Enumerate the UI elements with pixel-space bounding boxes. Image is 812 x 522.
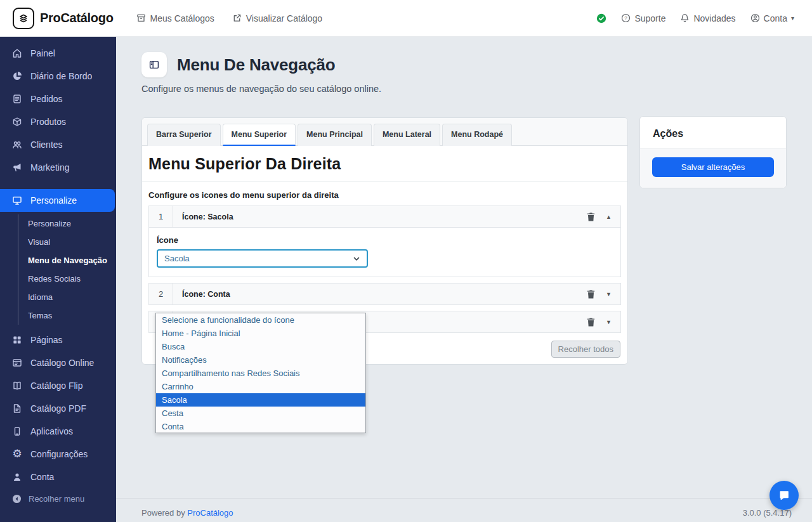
- collapse-menu-button[interactable]: Recolher menu: [0, 488, 116, 509]
- nav-visualizar-catalogo[interactable]: Visualizar Catálogo: [232, 13, 322, 23]
- archive-icon: [136, 13, 146, 23]
- collapse-all-button[interactable]: Recolher todos: [551, 341, 620, 358]
- pie-chart-icon: [12, 71, 22, 81]
- status-check-icon: [596, 13, 606, 23]
- tab-menu-lateral[interactable]: Menu Lateral: [374, 124, 440, 146]
- sidebar-item-marketing[interactable]: Marketing: [0, 156, 116, 179]
- sidebar-item-personalize[interactable]: Personalize: [0, 189, 115, 212]
- icone-select[interactable]: Sacola: [157, 249, 368, 268]
- gear-icon: ⚙: [12, 449, 22, 459]
- sidebar-item-catalogo-online[interactable]: Catálogo Online: [0, 351, 116, 374]
- icone-select-value: Sacola: [164, 254, 190, 263]
- trash-icon[interactable]: [586, 317, 596, 327]
- grid-icon: [12, 335, 22, 345]
- sidebar-subitem-temas[interactable]: Temas: [28, 306, 116, 325]
- person-icon: [12, 472, 22, 482]
- sidebar-item-diario-de-bordo[interactable]: Diário de Bordo: [0, 65, 116, 88]
- sidebar-subitem-visual[interactable]: Visual: [28, 233, 116, 251]
- trash-icon[interactable]: [586, 289, 596, 299]
- megaphone-icon: [12, 162, 22, 173]
- page-title-iconbox: [141, 52, 167, 77]
- nav-meus-catalogos[interactable]: Meus Catálogos: [136, 13, 214, 23]
- sidebar-item-label: Conta: [30, 472, 54, 482]
- content-footer: Powered by ProCatálogo 3.0.0 (5.4.17): [116, 498, 812, 522]
- sidebar-item-label: Catálogo PDF: [30, 403, 86, 414]
- dropdown-option[interactable]: Compartilhamento nas Redes Sociais: [156, 367, 365, 380]
- footer-brand-link[interactable]: ProCatálogo: [187, 508, 233, 518]
- personalize-submenu: Personalize Visual Menu de Navegação Red…: [18, 214, 116, 325]
- dropdown-option[interactable]: Conta: [156, 420, 365, 433]
- page-title: Menu De Navegação: [177, 55, 335, 75]
- dropdown-option[interactable]: Cesta: [156, 407, 365, 420]
- nav-novidades[interactable]: Novidades: [680, 13, 735, 23]
- nav-suporte[interactable]: ? Suporte: [621, 13, 665, 23]
- sidebar-item-label: Catálogo Flip: [30, 381, 83, 391]
- svg-text:?: ?: [625, 15, 628, 21]
- row-title: Ícone: Conta: [173, 284, 230, 304]
- save-changes-button[interactable]: Salvar alterações: [652, 157, 774, 177]
- tab-menu-superior[interactable]: Menu Superior: [223, 124, 296, 146]
- pdf-file-icon: [12, 403, 22, 414]
- caret-down-icon[interactable]: ▼: [606, 291, 612, 297]
- sidebar-item-catalogo-flip[interactable]: Catálogo Flip: [0, 374, 116, 397]
- top-header: ProCatálogo Meus Catálogos Visualizar Ca…: [0, 0, 812, 37]
- sidebar-subitem-redes-sociais[interactable]: Redes Sociais: [28, 270, 116, 288]
- sidebar-item-painel[interactable]: Painel: [0, 42, 116, 65]
- sidebar-item-label: Configurações: [30, 449, 88, 459]
- dropdown-option[interactable]: Selecione a funcionalidade do ícone: [156, 313, 365, 327]
- question-circle-icon: ?: [621, 13, 631, 23]
- chevron-down-icon: ▾: [791, 15, 794, 22]
- dropdown-option[interactable]: Notificações: [156, 353, 365, 367]
- dropdown-option[interactable]: Home - Página Inicial: [156, 327, 365, 340]
- sidebar-item-paginas[interactable]: Páginas: [0, 329, 116, 351]
- caret-up-icon[interactable]: ▲: [606, 214, 612, 220]
- powered-by-label: Powered by: [141, 508, 185, 518]
- sidebar-item-catalogo-pdf[interactable]: Catálogo PDF: [0, 397, 116, 420]
- person-circle-icon: [750, 13, 760, 23]
- accordion-row-1-header[interactable]: 1 Ícone: Sacola ▲: [148, 206, 621, 228]
- catalog-card-icon: [12, 358, 22, 368]
- sidebar-item-label: Clientes: [30, 140, 63, 150]
- sidebar-item-configuracoes[interactable]: ⚙ Configurações: [0, 443, 116, 466]
- collapse-arrow-icon: [12, 494, 22, 504]
- sidebar-subitem-personalize[interactable]: Personalize: [28, 214, 116, 233]
- nav-conta-menu[interactable]: Conta ▾: [750, 13, 794, 23]
- sidebar-item-pedidos[interactable]: Pedidos: [0, 88, 116, 110]
- dropdown-option[interactable]: Carrinho: [156, 380, 365, 393]
- dropdown-option-selected[interactable]: Sacola: [156, 393, 365, 407]
- tab-menu-rodape[interactable]: Menu Rodapé: [442, 124, 512, 146]
- nav-conta-label: Conta: [764, 13, 787, 23]
- section-heading: Menu Superior Da Direita: [142, 146, 627, 182]
- tab-barra-superior[interactable]: Barra Superior: [147, 124, 221, 146]
- accordion-row-1-body: Ícone Sacola: [148, 228, 621, 277]
- chat-fab-button[interactable]: [769, 481, 799, 510]
- sidebar-item-label: Marketing: [30, 162, 69, 173]
- sidebar-item-label: Pedidos: [30, 94, 63, 104]
- page-subtitle: Configure os menus de navegação do seu c…: [141, 84, 381, 94]
- dropdown-option[interactable]: Busca: [156, 340, 365, 353]
- tab-menu-principal[interactable]: Menu Principal: [298, 124, 372, 146]
- sidebar-item-conta[interactable]: Conta: [0, 466, 116, 488]
- brand-name: ProCatálogo: [40, 11, 114, 25]
- sidebar-subitem-menu-de-navegacao[interactable]: Menu de Navegação: [28, 251, 116, 270]
- sidebar-subitem-idioma[interactable]: Idioma: [28, 288, 116, 306]
- sidebar-item-aplicativos[interactable]: Aplicativos: [0, 420, 116, 443]
- monitor-icon: [12, 195, 22, 206]
- order-list-icon: [12, 94, 22, 104]
- layers-logo-icon: [13, 8, 34, 29]
- sidebar-item-label: Catálogo Online: [30, 358, 94, 368]
- sidebar-item-label: Diário de Bordo: [30, 71, 92, 81]
- home-icon: [12, 48, 22, 58]
- sidebar-item-clientes[interactable]: Clientes: [0, 133, 116, 156]
- brand[interactable]: ProCatálogo: [0, 8, 114, 29]
- sidebar-item-label: Aplicativos: [30, 426, 73, 436]
- book-icon: [12, 381, 22, 391]
- chevron-down-icon: [352, 254, 361, 263]
- nav-meus-catalogos-label: Meus Catálogos: [150, 13, 214, 23]
- collapse-menu-label: Recolher menu: [29, 494, 84, 504]
- accordion-row-2-header[interactable]: 2 Ícone: Conta ▼: [148, 283, 621, 305]
- trash-icon[interactable]: [586, 212, 596, 222]
- caret-down-icon[interactable]: ▼: [606, 319, 612, 325]
- actions-panel: Ações Salvar alterações: [639, 116, 787, 188]
- sidebar-item-produtos[interactable]: Produtos: [0, 110, 116, 133]
